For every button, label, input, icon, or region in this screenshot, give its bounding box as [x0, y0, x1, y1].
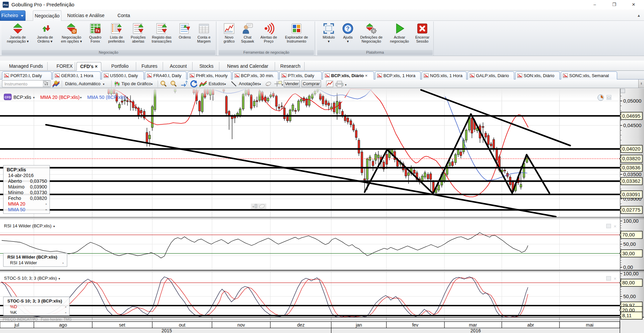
svg-text:O: O	[73, 29, 76, 33]
svg-text:dez: dez	[297, 322, 305, 328]
svg-text:0,05000: 0,05000	[623, 98, 641, 104]
svg-text:0,03500: 0,03500	[623, 171, 641, 177]
svg-text:mai: mai	[586, 322, 594, 328]
svg-text:0,04020: 0,04020	[622, 146, 640, 152]
svg-text:0,03636: 0,03636	[622, 165, 640, 170]
svg-text:0,03750: 0,03750	[30, 178, 47, 184]
svg-text:MMA 50: MMA 50	[8, 207, 25, 212]
svg-text:0,04695: 0,04695	[622, 113, 640, 119]
svg-text:%K: %K	[10, 310, 17, 315]
svg-text:0,02775: 0,02775	[622, 207, 640, 213]
svg-text:MMA 50 (BCP:xlis): MMA 50 (BCP:xlis)	[87, 95, 126, 100]
svg-text:100,00: 100,00	[623, 218, 639, 224]
svg-text:fev: fev	[412, 322, 419, 328]
svg-text:▾: ▾	[345, 83, 346, 87]
svg-text:0,03091: 0,03091	[622, 191, 640, 197]
svg-text:ago: ago	[59, 322, 67, 328]
svg-text:MMA 20: MMA 20	[8, 201, 25, 207]
svg-text:8,11: 8,11	[622, 313, 632, 318]
svg-text:%D: %D	[10, 304, 17, 309]
svg-text:2015: 2015	[161, 328, 172, 333]
svg-text:BCP:xlis: BCP:xlis	[7, 167, 26, 172]
svg-text:70,00: 70,00	[622, 232, 635, 237]
svg-text:Fecho: Fecho	[8, 196, 21, 201]
svg-text:✕: ✕	[613, 277, 616, 281]
svg-text:-: -	[62, 260, 64, 265]
svg-text:CFD: CFD	[5, 96, 11, 99]
svg-text:BCP:xlis: BCP:xlis	[13, 95, 31, 100]
svg-text:STOC-S 10; 3; 3 (BCP:xlis): STOC-S 10; 3; 3 (BCP:xlis)	[7, 298, 62, 303]
svg-text:▼: ▼	[33, 96, 35, 99]
svg-text:-: -	[45, 201, 47, 207]
svg-text:Mínimo: Mínimo	[8, 190, 23, 195]
svg-text:jan: jan	[356, 322, 362, 328]
svg-text:nov: nov	[237, 322, 245, 328]
svg-text:0,03820: 0,03820	[622, 156, 640, 161]
svg-text:jul: jul	[14, 322, 19, 328]
svg-text:-: -	[65, 304, 66, 309]
svg-text:0,00: 0,00	[623, 264, 633, 270]
svg-text:50,00: 50,00	[623, 293, 636, 299]
svg-text:mar: mar	[469, 322, 477, 328]
svg-text:2016: 2016	[470, 328, 481, 333]
svg-text:▼: ▼	[126, 96, 128, 99]
svg-text:0,03900: 0,03900	[30, 184, 47, 189]
svg-text:50,00: 50,00	[623, 241, 636, 247]
svg-text:-: -	[65, 310, 66, 315]
svg-text:set: set	[119, 322, 125, 328]
svg-text:Aberto: Aberto	[8, 178, 22, 184]
svg-text:80,00: 80,00	[622, 280, 635, 285]
svg-text:0,03820: 0,03820	[30, 196, 47, 201]
svg-text:MMA 20 (BCP:xlis): MMA 20 (BCP:xlis)	[40, 95, 79, 100]
svg-text:abr: abr	[527, 322, 534, 328]
svg-text:RSI 14 Wilder (BCP:xlis): RSI 14 Wilder (BCP:xlis)	[7, 255, 57, 260]
svg-text:0,04500: 0,04500	[623, 122, 641, 128]
svg-text:✕: ✕	[613, 224, 616, 228]
svg-text:Máximo: Máximo	[8, 184, 24, 189]
svg-text:RSI 14 Wilder: RSI 14 Wilder	[10, 260, 37, 265]
svg-text:+: +	[252, 205, 254, 209]
svg-text:0,03362: 0,03362	[622, 178, 640, 184]
svg-text:?: ?	[346, 26, 350, 32]
svg-text:STOC-S 10; 3; 3 (BCP:xlis) ▼: STOC-S 10; 3; 3 (BCP:xlis) ▼	[4, 276, 61, 281]
svg-text:Fx: Fx	[96, 29, 100, 33]
svg-text:0,03730: 0,03730	[30, 190, 47, 195]
svg-text:out: out	[179, 322, 185, 328]
svg-text:▼: ▼	[79, 96, 82, 99]
svg-text:▾: ▾	[281, 83, 283, 87]
svg-text:14-abr-2016: 14-abr-2016	[8, 173, 34, 178]
svg-text:RSI 14 Wilder (BCP:xlis) ▼: RSI 14 Wilder (BCP:xlis) ▼	[4, 223, 55, 228]
svg-text:-: -	[45, 207, 47, 212]
svg-text:100,00: 100,00	[623, 271, 639, 276]
svg-text:30,00: 30,00	[622, 251, 635, 256]
svg-text:PREÇO INDICATIVO Fuso horári: PREÇO INDICATIVO Fuso horário: TMG	[3, 317, 72, 321]
